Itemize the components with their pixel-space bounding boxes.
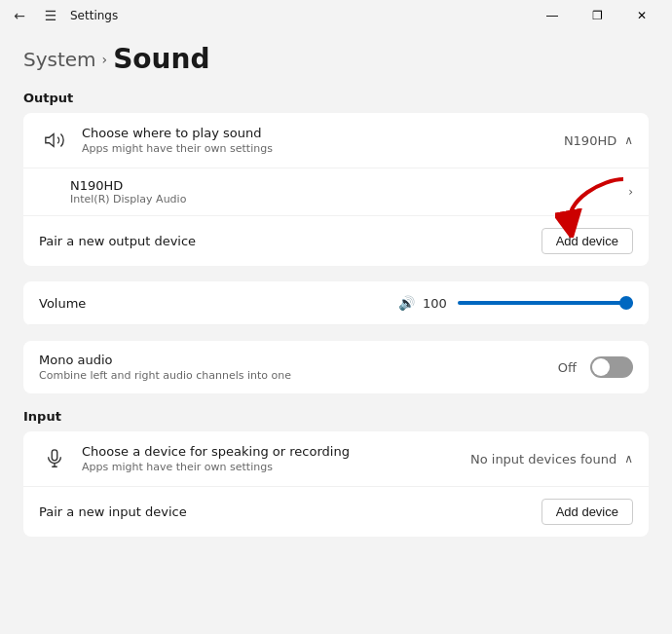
output-device-sub: Intel(R) Display Audio [70, 193, 186, 205]
svg-marker-0 [46, 134, 54, 147]
output-device-info: N190HD Intel(R) Display Audio [70, 178, 186, 205]
volume-icon: 🔊 [398, 295, 415, 311]
window-controls: — ❐ ✕ [530, 0, 664, 31]
volume-slider-container[interactable] [458, 293, 633, 313]
mic-icon [39, 443, 70, 474]
input-chooser-chevron[interactable]: ∧ [624, 452, 633, 466]
mono-audio-toggle-label: Off [558, 360, 577, 375]
volume-slider-track [458, 301, 633, 305]
pair-output-device-row: Pair a new output device Add device [23, 216, 649, 266]
mono-audio-title: Mono audio [39, 353, 558, 367]
volume-card: Volume 🔊 100 [23, 281, 649, 325]
mono-audio-row: Mono audio Combine left and right audio … [23, 341, 649, 393]
input-card: Choose a device for speaking or recordin… [23, 431, 649, 537]
mono-audio-subtitle: Combine left and right audio channels in… [39, 369, 558, 382]
output-chooser-chevron[interactable]: ∧ [624, 133, 633, 147]
mono-audio-card: Mono audio Combine left and right audio … [23, 341, 649, 393]
close-button[interactable]: ✕ [619, 0, 664, 31]
output-device-selected: N190HD ∧ [564, 133, 633, 148]
title-bar-left: ← ☰ Settings [8, 4, 118, 27]
window-title: Settings [70, 9, 118, 22]
add-input-device-button[interactable]: Add device [541, 499, 633, 525]
pair-input-device-row: Pair a new input device Add device [23, 487, 649, 537]
svg-rect-2 [52, 450, 57, 461]
output-card: Choose where to play sound Apps might ha… [23, 113, 649, 266]
volume-controls: 🔊 100 [398, 293, 633, 313]
menu-button[interactable]: ☰ [39, 4, 62, 27]
input-device-chooser-subtitle: Apps might have their own settings [82, 461, 470, 473]
volume-value: 100 [423, 296, 450, 311]
volume-label: Volume [39, 296, 97, 311]
toggle-knob [592, 358, 610, 376]
output-device-chooser-subtitle: Apps might have their own settings [82, 142, 564, 155]
output-device-name: N190HD [70, 178, 186, 193]
output-selected-device-name: N190HD [564, 133, 616, 148]
output-device-row[interactable]: N190HD Intel(R) Display Audio › [23, 168, 649, 216]
breadcrumb-current: Sound [113, 43, 209, 75]
volume-slider-thumb [619, 296, 633, 310]
output-device-chooser-row[interactable]: Choose where to play sound Apps might ha… [23, 113, 649, 168]
main-content: System › Sound Output Choose where to pl… [0, 31, 672, 634]
input-section-label: Input [23, 409, 649, 424]
input-device-chooser-row[interactable]: Choose a device for speaking or recordin… [23, 431, 649, 487]
pair-output-label: Pair a new output device [39, 234, 196, 248]
maximize-button[interactable]: ❐ [575, 0, 619, 31]
output-section-label: Output [23, 91, 649, 105]
breadcrumb-system[interactable]: System [23, 48, 96, 71]
volume-row: Volume 🔊 100 [23, 281, 649, 325]
breadcrumb: System › Sound [23, 31, 649, 91]
output-device-chooser-title: Choose where to play sound [82, 126, 564, 140]
output-device-chooser-text: Choose where to play sound Apps might ha… [82, 126, 564, 155]
pair-input-label: Pair a new input device [39, 504, 187, 519]
speaker-icon [39, 125, 70, 156]
mono-audio-toggle-area: Off [558, 356, 633, 378]
minimize-button[interactable]: — [530, 0, 575, 31]
title-bar: ← ☰ Settings — ❐ ✕ [0, 0, 672, 31]
add-output-device-button[interactable]: Add device [541, 228, 633, 254]
input-device-selected: No input devices found ∧ [470, 452, 633, 466]
input-selected-device-name: No input devices found [470, 452, 616, 466]
device-row-chevron[interactable]: › [628, 185, 633, 199]
mono-audio-text: Mono audio Combine left and right audio … [39, 353, 558, 382]
breadcrumb-separator: › [102, 52, 108, 67]
back-button[interactable]: ← [8, 4, 31, 27]
input-device-chooser-text: Choose a device for speaking or recordin… [82, 444, 470, 473]
mono-audio-toggle[interactable] [590, 356, 633, 378]
input-device-chooser-title: Choose a device for speaking or recordin… [82, 444, 470, 459]
